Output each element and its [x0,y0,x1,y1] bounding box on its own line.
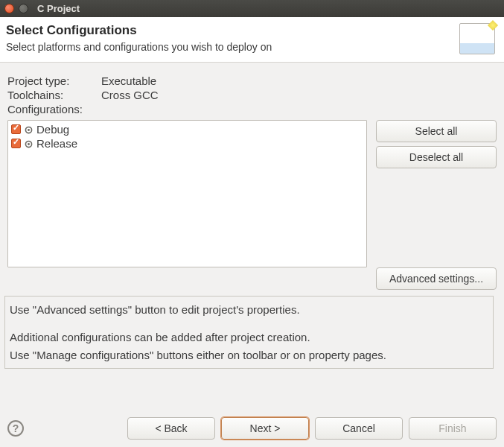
hint-line: Additional configurations can be added a… [10,329,488,346]
config-item-debug[interactable]: Debug [11,122,363,136]
project-type-value: Executable [101,74,156,87]
hint-line: Use "Advanced settings" button to edit p… [10,301,488,318]
back-button[interactable]: < Back [127,417,215,440]
project-type-label: Project type: [7,74,101,87]
close-icon[interactable] [4,4,14,13]
config-label: Debug [36,123,69,136]
config-label: Release [36,137,77,150]
gear-icon [24,139,34,148]
wizard-footer: ? < Back Next > Cancel Finish [0,411,504,447]
wizard-icon [459,23,495,54]
svg-point-3 [28,143,30,145]
toolchains-value: Cross GCC [101,89,159,101]
gear-icon [24,124,34,134]
config-item-release[interactable]: Release [11,136,363,150]
cancel-button[interactable]: Cancel [315,417,403,440]
hints-box: Use "Advanced settings" button to edit p… [4,296,494,369]
help-icon[interactable]: ? [7,420,24,437]
finish-button: Finish [409,417,497,440]
select-all-button[interactable]: Select all [376,120,497,142]
hint-line: Use "Manage configurations" buttons eith… [10,346,488,364]
configurations-list[interactable]: Debug Release [7,120,367,267]
page-subtitle: Select platforms and configurations you … [6,41,272,53]
config-checkbox-debug[interactable] [11,124,21,134]
page-title: Select Configurations [6,23,272,38]
window-title: C Project [37,3,80,14]
next-button[interactable]: Next > [221,417,309,440]
config-checkbox-release[interactable] [11,139,21,148]
content-area: Project type: Executable Toolchains: Cro… [0,63,504,373]
titlebar: C Project [0,0,504,17]
toolchains-label: Toolchains: [7,89,101,101]
advanced-settings-button[interactable]: Advanced settings... [376,267,497,290]
svg-point-1 [28,129,30,131]
deselect-all-button[interactable]: Deselect all [376,146,497,168]
wizard-header: Select Configurations Select platforms a… [0,17,504,63]
minimize-icon[interactable] [19,4,28,13]
configurations-label: Configurations: [7,103,101,115]
